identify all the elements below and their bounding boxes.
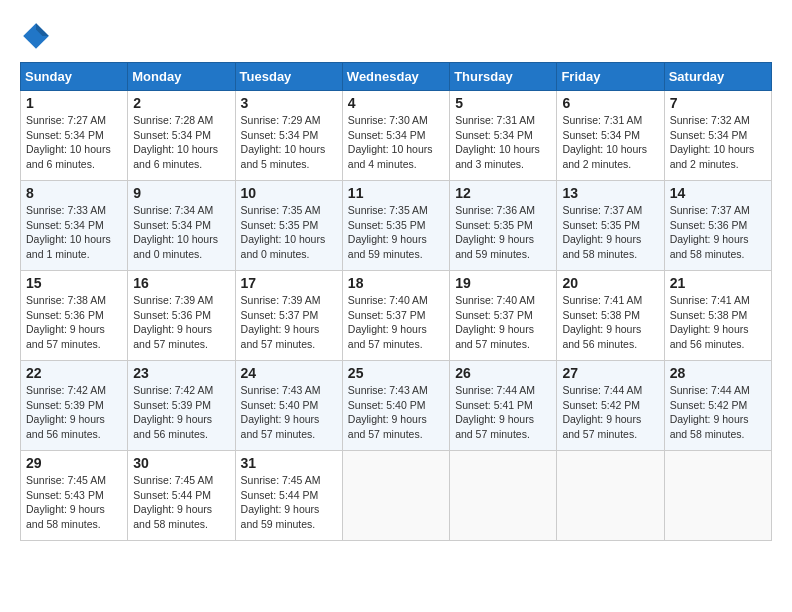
day-info: Sunrise: 7:42 AM Sunset: 5:39 PM Dayligh… bbox=[26, 383, 122, 442]
day-number: 16 bbox=[133, 275, 229, 291]
day-number: 27 bbox=[562, 365, 658, 381]
day-number: 1 bbox=[26, 95, 122, 111]
day-info: Sunrise: 7:44 AM Sunset: 5:42 PM Dayligh… bbox=[670, 383, 766, 442]
col-header-sunday: Sunday bbox=[21, 63, 128, 91]
calendar-cell: 26 Sunrise: 7:44 AM Sunset: 5:41 PM Dayl… bbox=[450, 361, 557, 451]
day-number: 18 bbox=[348, 275, 444, 291]
day-number: 5 bbox=[455, 95, 551, 111]
day-number: 17 bbox=[241, 275, 337, 291]
col-header-thursday: Thursday bbox=[450, 63, 557, 91]
day-info: Sunrise: 7:44 AM Sunset: 5:41 PM Dayligh… bbox=[455, 383, 551, 442]
col-header-monday: Monday bbox=[128, 63, 235, 91]
day-info: Sunrise: 7:31 AM Sunset: 5:34 PM Dayligh… bbox=[455, 113, 551, 172]
day-info: Sunrise: 7:45 AM Sunset: 5:43 PM Dayligh… bbox=[26, 473, 122, 532]
day-info: Sunrise: 7:28 AM Sunset: 5:34 PM Dayligh… bbox=[133, 113, 229, 172]
calendar-cell: 20 Sunrise: 7:41 AM Sunset: 5:38 PM Dayl… bbox=[557, 271, 664, 361]
day-info: Sunrise: 7:45 AM Sunset: 5:44 PM Dayligh… bbox=[133, 473, 229, 532]
calendar-cell: 17 Sunrise: 7:39 AM Sunset: 5:37 PM Dayl… bbox=[235, 271, 342, 361]
day-number: 26 bbox=[455, 365, 551, 381]
day-number: 25 bbox=[348, 365, 444, 381]
calendar-cell bbox=[557, 451, 664, 541]
calendar-cell: 24 Sunrise: 7:43 AM Sunset: 5:40 PM Dayl… bbox=[235, 361, 342, 451]
day-info: Sunrise: 7:32 AM Sunset: 5:34 PM Dayligh… bbox=[670, 113, 766, 172]
calendar-week-1: 1 Sunrise: 7:27 AM Sunset: 5:34 PM Dayli… bbox=[21, 91, 772, 181]
day-number: 11 bbox=[348, 185, 444, 201]
calendar-week-4: 22 Sunrise: 7:42 AM Sunset: 5:39 PM Dayl… bbox=[21, 361, 772, 451]
calendar-cell: 7 Sunrise: 7:32 AM Sunset: 5:34 PM Dayli… bbox=[664, 91, 771, 181]
day-info: Sunrise: 7:39 AM Sunset: 5:36 PM Dayligh… bbox=[133, 293, 229, 352]
calendar-week-2: 8 Sunrise: 7:33 AM Sunset: 5:34 PM Dayli… bbox=[21, 181, 772, 271]
day-info: Sunrise: 7:43 AM Sunset: 5:40 PM Dayligh… bbox=[241, 383, 337, 442]
calendar-cell: 30 Sunrise: 7:45 AM Sunset: 5:44 PM Dayl… bbox=[128, 451, 235, 541]
day-info: Sunrise: 7:45 AM Sunset: 5:44 PM Dayligh… bbox=[241, 473, 337, 532]
day-number: 13 bbox=[562, 185, 658, 201]
day-info: Sunrise: 7:41 AM Sunset: 5:38 PM Dayligh… bbox=[670, 293, 766, 352]
calendar-cell: 8 Sunrise: 7:33 AM Sunset: 5:34 PM Dayli… bbox=[21, 181, 128, 271]
col-header-tuesday: Tuesday bbox=[235, 63, 342, 91]
day-number: 15 bbox=[26, 275, 122, 291]
calendar-cell: 14 Sunrise: 7:37 AM Sunset: 5:36 PM Dayl… bbox=[664, 181, 771, 271]
calendar-cell: 4 Sunrise: 7:30 AM Sunset: 5:34 PM Dayli… bbox=[342, 91, 449, 181]
day-number: 22 bbox=[26, 365, 122, 381]
day-number: 31 bbox=[241, 455, 337, 471]
day-number: 3 bbox=[241, 95, 337, 111]
col-header-friday: Friday bbox=[557, 63, 664, 91]
calendar-cell: 18 Sunrise: 7:40 AM Sunset: 5:37 PM Dayl… bbox=[342, 271, 449, 361]
page-header bbox=[20, 20, 772, 52]
calendar-cell: 13 Sunrise: 7:37 AM Sunset: 5:35 PM Dayl… bbox=[557, 181, 664, 271]
calendar-cell: 22 Sunrise: 7:42 AM Sunset: 5:39 PM Dayl… bbox=[21, 361, 128, 451]
calendar-cell bbox=[342, 451, 449, 541]
day-info: Sunrise: 7:35 AM Sunset: 5:35 PM Dayligh… bbox=[241, 203, 337, 262]
day-number: 28 bbox=[670, 365, 766, 381]
day-info: Sunrise: 7:44 AM Sunset: 5:42 PM Dayligh… bbox=[562, 383, 658, 442]
day-number: 19 bbox=[455, 275, 551, 291]
day-info: Sunrise: 7:29 AM Sunset: 5:34 PM Dayligh… bbox=[241, 113, 337, 172]
calendar-table: SundayMondayTuesdayWednesdayThursdayFrid… bbox=[20, 62, 772, 541]
day-number: 14 bbox=[670, 185, 766, 201]
calendar-cell: 29 Sunrise: 7:45 AM Sunset: 5:43 PM Dayl… bbox=[21, 451, 128, 541]
day-number: 24 bbox=[241, 365, 337, 381]
day-info: Sunrise: 7:38 AM Sunset: 5:36 PM Dayligh… bbox=[26, 293, 122, 352]
day-number: 2 bbox=[133, 95, 229, 111]
day-number: 6 bbox=[562, 95, 658, 111]
calendar-cell: 21 Sunrise: 7:41 AM Sunset: 5:38 PM Dayl… bbox=[664, 271, 771, 361]
calendar-header-row: SundayMondayTuesdayWednesdayThursdayFrid… bbox=[21, 63, 772, 91]
day-info: Sunrise: 7:37 AM Sunset: 5:36 PM Dayligh… bbox=[670, 203, 766, 262]
calendar-cell bbox=[450, 451, 557, 541]
day-info: Sunrise: 7:33 AM Sunset: 5:34 PM Dayligh… bbox=[26, 203, 122, 262]
logo bbox=[20, 20, 58, 52]
day-info: Sunrise: 7:39 AM Sunset: 5:37 PM Dayligh… bbox=[241, 293, 337, 352]
day-info: Sunrise: 7:30 AM Sunset: 5:34 PM Dayligh… bbox=[348, 113, 444, 172]
day-number: 29 bbox=[26, 455, 122, 471]
calendar-cell: 12 Sunrise: 7:36 AM Sunset: 5:35 PM Dayl… bbox=[450, 181, 557, 271]
day-number: 10 bbox=[241, 185, 337, 201]
calendar-cell: 16 Sunrise: 7:39 AM Sunset: 5:36 PM Dayl… bbox=[128, 271, 235, 361]
calendar-cell: 28 Sunrise: 7:44 AM Sunset: 5:42 PM Dayl… bbox=[664, 361, 771, 451]
calendar-week-5: 29 Sunrise: 7:45 AM Sunset: 5:43 PM Dayl… bbox=[21, 451, 772, 541]
day-info: Sunrise: 7:36 AM Sunset: 5:35 PM Dayligh… bbox=[455, 203, 551, 262]
calendar-cell: 31 Sunrise: 7:45 AM Sunset: 5:44 PM Dayl… bbox=[235, 451, 342, 541]
calendar-cell: 19 Sunrise: 7:40 AM Sunset: 5:37 PM Dayl… bbox=[450, 271, 557, 361]
calendar-cell: 23 Sunrise: 7:42 AM Sunset: 5:39 PM Dayl… bbox=[128, 361, 235, 451]
day-number: 4 bbox=[348, 95, 444, 111]
day-number: 20 bbox=[562, 275, 658, 291]
day-number: 9 bbox=[133, 185, 229, 201]
calendar-cell: 11 Sunrise: 7:35 AM Sunset: 5:35 PM Dayl… bbox=[342, 181, 449, 271]
calendar-cell: 25 Sunrise: 7:43 AM Sunset: 5:40 PM Dayl… bbox=[342, 361, 449, 451]
day-info: Sunrise: 7:40 AM Sunset: 5:37 PM Dayligh… bbox=[455, 293, 551, 352]
day-number: 21 bbox=[670, 275, 766, 291]
day-number: 7 bbox=[670, 95, 766, 111]
calendar-cell: 10 Sunrise: 7:35 AM Sunset: 5:35 PM Dayl… bbox=[235, 181, 342, 271]
col-header-wednesday: Wednesday bbox=[342, 63, 449, 91]
calendar-cell: 1 Sunrise: 7:27 AM Sunset: 5:34 PM Dayli… bbox=[21, 91, 128, 181]
calendar-cell: 27 Sunrise: 7:44 AM Sunset: 5:42 PM Dayl… bbox=[557, 361, 664, 451]
calendar-cell: 5 Sunrise: 7:31 AM Sunset: 5:34 PM Dayli… bbox=[450, 91, 557, 181]
day-info: Sunrise: 7:43 AM Sunset: 5:40 PM Dayligh… bbox=[348, 383, 444, 442]
day-info: Sunrise: 7:34 AM Sunset: 5:34 PM Dayligh… bbox=[133, 203, 229, 262]
day-number: 8 bbox=[26, 185, 122, 201]
calendar-week-3: 15 Sunrise: 7:38 AM Sunset: 5:36 PM Dayl… bbox=[21, 271, 772, 361]
day-info: Sunrise: 7:35 AM Sunset: 5:35 PM Dayligh… bbox=[348, 203, 444, 262]
day-number: 12 bbox=[455, 185, 551, 201]
day-info: Sunrise: 7:27 AM Sunset: 5:34 PM Dayligh… bbox=[26, 113, 122, 172]
calendar-cell: 9 Sunrise: 7:34 AM Sunset: 5:34 PM Dayli… bbox=[128, 181, 235, 271]
